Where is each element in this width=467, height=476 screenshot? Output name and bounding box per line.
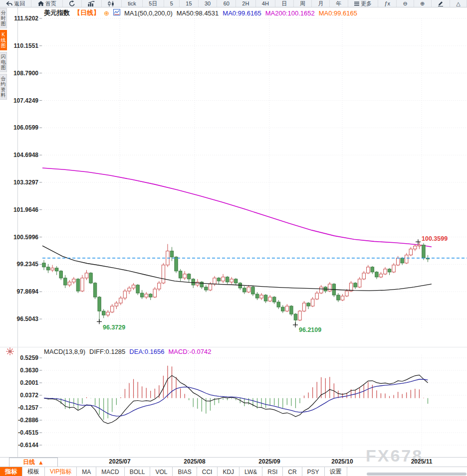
interval-tick-button-label: tick — [128, 0, 136, 7]
back-icon — [6, 1, 12, 6]
legend-part-2: ⊕ — [104, 9, 109, 17]
interval-60-button[interactable]: 60 — [217, 0, 236, 7]
interval-month-button[interactable]: 月 — [312, 0, 330, 7]
legend-part-1: 【日线】 — [74, 8, 100, 17]
svg-text:106.0599: 106.0599 — [13, 124, 38, 131]
home-button[interactable]: 首页 — [31, 0, 62, 7]
btn-boll[interactable]: BOLL — [125, 467, 151, 476]
chart-type-sidebar: 分时图K线图闪电图合约资料 — [0, 8, 7, 100]
btn-lw[interactable]: LW& — [239, 467, 262, 476]
x-axis-label-3: 2025/10 — [331, 458, 353, 465]
svg-text:-0.6144: -0.6144 — [18, 442, 38, 449]
x-axis-label-4: 2025/11 — [411, 458, 433, 465]
btn-template[interactable]: 模板 — [22, 467, 45, 476]
svg-text:96.2109: 96.2109 — [299, 326, 321, 333]
home-button-label: 首页 — [45, 0, 56, 7]
macd-header-part-0: MACD(13,8,9) — [44, 348, 85, 355]
interval-4h-button[interactable]: 4H — [256, 0, 275, 7]
svg-text:-0.1257: -0.1257 — [18, 404, 38, 411]
interval-5-button-label: 5 — [170, 0, 173, 7]
btn-bias[interactable]: BIAS — [173, 467, 197, 476]
svg-text:96.5043: 96.5043 — [17, 316, 39, 322]
btn-indicator[interactable]: 指标 — [0, 467, 22, 476]
home-icon — [38, 1, 44, 6]
price-chart[interactable]: 111.5202110.1551108.7900107.4249106.0599… — [0, 0, 467, 476]
interval-year-button[interactable]: 年 — [330, 0, 348, 7]
shape-tool-button[interactable]: △ — [450, 0, 467, 7]
triangle-up-icon: ▲ — [38, 459, 44, 466]
period-label: 日线 — [23, 458, 35, 467]
shape-tool-button-label: △ — [456, 0, 460, 7]
x-axis-label-2: 2025/09 — [258, 458, 280, 465]
btn-rsi[interactable]: RSI — [262, 467, 283, 476]
interval-15-button[interactable]: 15 — [180, 0, 199, 7]
indicator-settings-icon[interactable] — [6, 347, 14, 357]
interval-4h-button-label: 4H — [262, 0, 269, 7]
interval-day-button[interactable]: 日 — [275, 0, 293, 7]
btn-macd[interactable]: MACD — [96, 467, 124, 476]
candle-chart-button[interactable] — [102, 0, 122, 7]
interval-tick-button[interactable]: tick — [122, 0, 143, 7]
btn-cr[interactable]: CR — [283, 467, 302, 476]
svg-text:0.3630: 0.3630 — [20, 367, 38, 374]
back-button[interactable]: 返回 — [0, 0, 31, 7]
svg-text:-0.2886: -0.2886 — [18, 417, 38, 424]
svg-text:111.5202: 111.5202 — [14, 15, 38, 22]
interval-day-button-label: 日 — [281, 0, 287, 7]
fx-indicator-button-label: ƒx — [384, 0, 390, 7]
btn-vip-indicator[interactable]: VIP指标 — [45, 467, 77, 476]
zoom-in-button-label: ⊕ — [420, 0, 425, 7]
interval-5-button[interactable]: 5 — [164, 0, 180, 7]
top-toolbar: 返回首页tick5日51530602H4H日周月年更多ƒx⊖⊕△ — [0, 0, 467, 7]
interval-week-button-label: 周 — [300, 0, 305, 7]
btn-settings[interactable]: 设置 — [325, 467, 347, 476]
bar-chart-button[interactable] — [82, 0, 101, 7]
interval-30-button[interactable]: 30 — [199, 0, 218, 7]
zoom-out-button[interactable]: ⊖ — [397, 0, 414, 7]
interval-2h-button[interactable]: 2H — [236, 0, 255, 7]
btn-kdj[interactable]: KDJ — [218, 467, 239, 476]
svg-text:0.2001: 0.2001 — [20, 379, 38, 386]
svg-text:0.0372: 0.0372 — [20, 392, 38, 399]
svg-text:0.5259: 0.5259 — [20, 354, 38, 361]
more-button-label: 更多 — [361, 0, 372, 7]
interval-60-button-label: 60 — [224, 0, 230, 7]
btn-vol[interactable]: VOL — [150, 467, 173, 476]
interval-30-button-label: 30 — [205, 0, 211, 7]
refresh-icon — [69, 0, 75, 6]
tab-lightning-chart[interactable]: 闪电图 — [0, 52, 7, 72]
zoom-in-button[interactable]: ⊕ — [414, 0, 432, 7]
horizontal-scrollbar[interactable] — [367, 473, 467, 476]
x-axis-label-1: 2025/08 — [184, 458, 205, 465]
legend-chart-icon — [113, 9, 120, 15]
macd-header-part-1: DIFF:0.1285 — [89, 348, 125, 355]
draw-tool-button[interactable] — [432, 0, 450, 7]
svg-text:97.8694: 97.8694 — [17, 288, 39, 295]
menu-icon — [354, 1, 359, 6]
legend-part-4: MA1(50,0,200,0) — [124, 9, 173, 17]
chart-canvas[interactable]: 111.5202110.1551108.7900107.4249106.0599… — [0, 0, 467, 476]
interval-year-button-label: 年 — [336, 0, 342, 7]
tab-contract-info[interactable]: 合约资料 — [0, 74, 7, 100]
more-button[interactable]: 更多 — [348, 0, 378, 7]
legend-part-6: MA0:99.6165 — [223, 9, 261, 17]
zoom-out-button-label: ⊖ — [403, 0, 407, 7]
tab-kline-chart[interactable]: K线图 — [0, 30, 7, 50]
refresh-button[interactable] — [63, 0, 82, 7]
chart-legend: 美元指数【日线】⊕MA1(50,0,200,0)MA50:98.4531MA0:… — [44, 8, 357, 17]
period-selector-button[interactable]: 日线 ▲ — [9, 458, 58, 467]
macd-header: MACD(13,8,9)DIFF:0.1285DEA:0.1656MACD:-0… — [44, 348, 211, 355]
svg-text:107.4249: 107.4249 — [13, 97, 38, 104]
candlestick-icon — [108, 1, 115, 6]
fx-indicator-button[interactable]: ƒx — [378, 0, 397, 7]
btn-cci[interactable]: CCI — [197, 467, 218, 476]
interval-5d-button[interactable]: 5日 — [143, 0, 164, 7]
svg-text:100.5996: 100.5996 — [13, 234, 38, 241]
interval-week-button[interactable]: 周 — [294, 0, 312, 7]
btn-psy[interactable]: PSY — [302, 467, 325, 476]
back-button-label: 返回 — [14, 0, 25, 7]
tab-time-chart[interactable]: 分时图 — [0, 8, 7, 28]
macd-header-part-3: MACD:-0.0742 — [168, 348, 211, 355]
interval-2h-button-label: 2H — [242, 0, 249, 7]
btn-ma[interactable]: MA — [77, 467, 96, 476]
